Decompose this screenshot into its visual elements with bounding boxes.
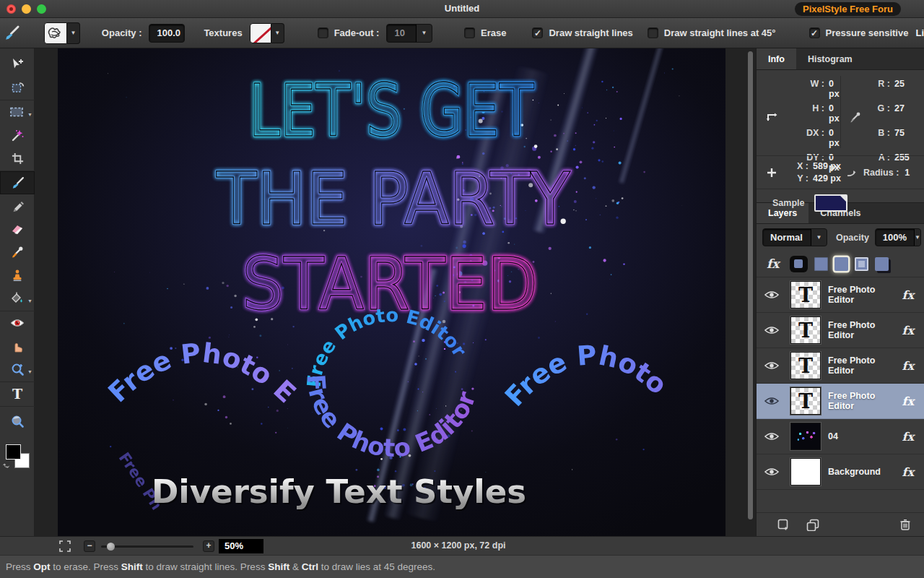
layer-name: Free Photo Editor xyxy=(828,320,902,340)
style-preset-5[interactable] xyxy=(875,257,889,271)
paintbrush-tool-button[interactable] xyxy=(0,171,35,194)
rectangle-select-icon xyxy=(9,105,25,118)
swap-colors-icon[interactable] xyxy=(3,462,10,469)
zoom-slider-thumb[interactable] xyxy=(107,543,115,551)
red-eye-tool-button[interactable] xyxy=(0,311,35,335)
crosshair-plus-icon xyxy=(767,168,777,178)
fadeout-dropdown-arrow[interactable]: ▼ xyxy=(416,25,432,42)
brush-dropdown-arrow[interactable]: ▼ xyxy=(67,22,80,44)
layer-thumbnail-text[interactable]: T xyxy=(790,316,821,344)
eyedropper-tool-button[interactable] xyxy=(0,241,35,264)
canvas-vertical-scrollbar[interactable] xyxy=(748,51,753,519)
blend-mode-arrow[interactable]: ▼ xyxy=(811,229,827,246)
tab-info[interactable]: Info xyxy=(757,48,796,69)
erase-checkbox[interactable] xyxy=(464,27,475,38)
textures-dropdown-arrow[interactable]: ▼ xyxy=(271,23,284,43)
crop-tool-button[interactable] xyxy=(0,147,35,170)
layer-visibility-icon[interactable] xyxy=(764,467,779,477)
text-tool-button[interactable]: T xyxy=(0,382,35,405)
layer-visibility-icon[interactable] xyxy=(764,396,779,406)
layer-row[interactable]: T Free Photo Editor fx xyxy=(757,277,924,313)
layer-visibility-icon[interactable] xyxy=(764,290,779,300)
magic-wand-tool-button[interactable] xyxy=(0,124,35,147)
brush-shape-picker[interactable]: ▼ xyxy=(44,22,80,44)
layer-opacity-value: 100% xyxy=(876,232,914,243)
y-value: 429 px xyxy=(813,173,846,184)
zoom-out-button[interactable]: − xyxy=(84,540,95,552)
radius-arrow-icon xyxy=(846,168,858,178)
layer-opacity-arrow[interactable]: ▼ xyxy=(914,229,920,246)
transform-tool-button[interactable] xyxy=(0,76,35,99)
layer-thumbnail-text[interactable]: T xyxy=(790,281,821,309)
fadeout-checkbox[interactable] xyxy=(318,27,328,38)
style-preset-3[interactable] xyxy=(834,257,848,271)
zoom-in-tool-button[interactable]: ▼ xyxy=(0,358,35,381)
fill-bucket-tool-button[interactable]: ▼ xyxy=(0,287,35,310)
style-preset-1[interactable] xyxy=(790,256,808,272)
layer-visibility-icon[interactable] xyxy=(764,325,779,335)
eyedropper-icon xyxy=(10,245,25,259)
opacity-value: 100.0 xyxy=(149,27,185,38)
layer-row[interactable]: 04 fx xyxy=(757,419,924,454)
layer-fx-badge[interactable]: fx xyxy=(902,324,914,337)
smudge-tool-button[interactable] xyxy=(0,335,35,358)
layer-visibility-icon[interactable] xyxy=(764,361,779,371)
new-layer-icon[interactable] xyxy=(777,518,790,531)
zoom-percentage[interactable]: 50% xyxy=(219,539,263,553)
zoom-in-button[interactable]: + xyxy=(203,540,214,552)
pixelstyle-badge[interactable]: PixelStyle Free Foru xyxy=(795,2,901,16)
opacity-dropdown[interactable]: 100.0 ▼ xyxy=(149,24,185,43)
layer-fx-badge[interactable]: fx xyxy=(902,394,914,408)
rectangle-select-tool-button[interactable]: ▼ xyxy=(0,100,35,124)
layer-row[interactable]: T Free Photo Editor fx xyxy=(757,348,924,384)
layer-thumbnail-text[interactable]: T xyxy=(790,352,821,379)
move-tool-button[interactable] xyxy=(0,53,35,76)
layer-row[interactable]: Background fx xyxy=(757,454,924,490)
layer-thumbnail-image[interactable] xyxy=(790,423,821,450)
svg-text:LET'S GET: LET'S GET xyxy=(249,69,535,153)
layer-fx-badge[interactable]: fx xyxy=(902,359,914,373)
paintbrush-icon xyxy=(10,176,25,191)
tab-histogram[interactable]: Histogram xyxy=(796,48,864,69)
style-preset-4[interactable] xyxy=(855,257,868,271)
foreground-color-swatch[interactable] xyxy=(6,444,21,460)
fadeout-dropdown[interactable]: 10 ▼ xyxy=(386,24,432,43)
layer-fx-badge[interactable]: fx xyxy=(902,430,914,444)
zoom-tool-caret: ▼ xyxy=(27,369,32,374)
sample-color-swatch[interactable] xyxy=(814,194,847,212)
draw-straight-lines-checkbox[interactable] xyxy=(532,27,543,38)
pressure-sensitive-checkbox[interactable] xyxy=(809,27,820,38)
style-preset-2[interactable] xyxy=(814,257,828,271)
active-tool-icon-wrap xyxy=(0,24,24,43)
layer-fx-badge[interactable]: fx xyxy=(902,288,914,302)
fit-to-screen-icon[interactable] xyxy=(59,540,71,552)
info-panel: W :0 px H :0 px DX :0 px DY :0 px R :25 … xyxy=(757,70,924,202)
clone-stamp-tool-button[interactable] xyxy=(0,264,35,287)
color-swatches[interactable] xyxy=(6,444,30,470)
blend-mode-dropdown[interactable]: Normal ▼ xyxy=(762,228,827,246)
document-canvas[interactable]: LET'S GET THE PARTY STARTED LET'S GET TH… xyxy=(58,48,725,536)
layer-thumbnail-text[interactable]: T xyxy=(790,387,821,415)
textures-picker[interactable]: ▼ xyxy=(250,23,284,43)
brush-preview-icon xyxy=(44,22,67,44)
canvas-viewport[interactable]: LET'S GET THE PARTY STARTED LET'S GET TH… xyxy=(35,48,756,536)
zoom-slider[interactable] xyxy=(101,545,193,548)
layer-row-selected[interactable]: T Free Photo Editor fx xyxy=(757,384,924,419)
effects-tool-button[interactable] xyxy=(0,410,35,433)
layer-fx-badge[interactable]: fx xyxy=(902,465,914,479)
text-tool-icon: T xyxy=(12,386,22,402)
draw-straight-lines-45-checkbox[interactable] xyxy=(648,27,658,38)
width-value: 0 px xyxy=(829,79,841,99)
layer-opacity-dropdown[interactable]: 100% ▼ xyxy=(875,228,921,246)
delete-layer-trash-icon[interactable] xyxy=(899,518,911,531)
right-panel: Info Histogram W :0 px H :0 px DX :0 px … xyxy=(756,48,924,536)
layer-row[interactable]: T Free Photo Editor fx xyxy=(757,313,924,348)
crop-icon xyxy=(11,152,25,165)
duplicate-layer-icon[interactable] xyxy=(806,518,820,531)
green-value: 27 xyxy=(894,103,924,124)
layer-thumbnail-background[interactable] xyxy=(790,458,821,486)
layer-visibility-icon[interactable] xyxy=(764,431,779,441)
eraser-tool-button[interactable] xyxy=(0,217,35,241)
window-title: Untitled xyxy=(0,3,924,14)
pencil-tool-button[interactable] xyxy=(0,194,35,217)
